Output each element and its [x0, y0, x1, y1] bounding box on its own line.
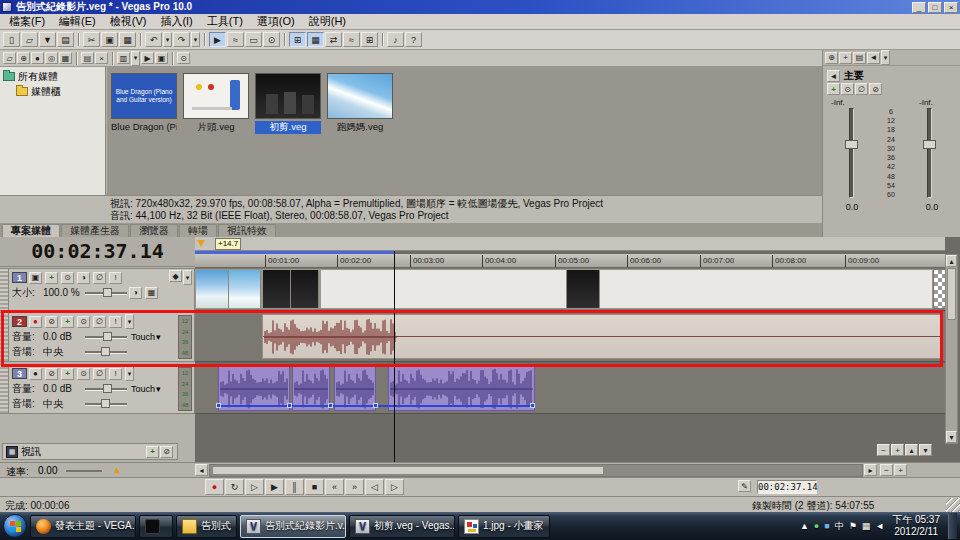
track-3-lane[interactable]	[195, 364, 945, 414]
show-desktop-button[interactable]	[948, 513, 957, 539]
normal-edit-tool-button[interactable]: ▶	[209, 32, 226, 47]
track-header-1[interactable]: 1 ▣ + ⊙ ◑ ∅ ! ◆ ▾ 大小: 100.0	[0, 268, 195, 311]
pause-button[interactable]: ║	[285, 479, 304, 495]
redo-dropdown[interactable]: ▾	[191, 32, 200, 47]
track-more-dropdown[interactable]: ▾	[183, 270, 192, 285]
rate-slider[interactable]	[66, 470, 102, 472]
auto-ripple-button[interactable]: ⇄	[325, 32, 342, 47]
taskbar-item-browser[interactable]: 發表主題 - VEGA...	[30, 515, 136, 538]
edit-cursor-position-button[interactable]: ✎	[738, 480, 751, 492]
track-header-2[interactable]: 2 ● ⊘ + ⊙ ∅ ! ▾ 音量: 0.0 dB Tou	[0, 312, 195, 362]
track-1-drag-handle[interactable]	[0, 269, 9, 310]
rate-value[interactable]: 0.00	[38, 465, 57, 476]
video-event-long[interactable]	[320, 269, 933, 309]
left-fader-handle[interactable]	[845, 140, 858, 149]
taskbar-item-vegas-other[interactable]: V 初剪.veg - Vegas...	[349, 515, 455, 538]
solo-button[interactable]: !	[109, 316, 122, 328]
volume-value[interactable]: 0.0 dB	[43, 331, 83, 342]
minimize-button[interactable]: _	[912, 2, 926, 13]
mixer-downmix-button[interactable]: ◄	[867, 52, 880, 64]
stop-button[interactable]: ■	[305, 479, 324, 495]
horizontal-scroll-thumb[interactable]	[212, 466, 604, 475]
whats-this-help-button[interactable]: ?	[405, 32, 422, 47]
cursor-position-display[interactable]: 00:02:37.14	[757, 480, 817, 494]
automation-settings-button[interactable]: ⊙	[77, 316, 90, 328]
marker-bar[interactable]: +14.7	[195, 237, 945, 251]
scroll-up-arrow[interactable]: ▴	[946, 255, 957, 267]
timeline-vertical-scrollbar[interactable]: ▴ ▾	[945, 254, 958, 444]
zoom-in-timeline-button[interactable]: +	[894, 464, 907, 476]
track-more-dropdown[interactable]: ▾	[125, 366, 134, 381]
mixer-views-dropdown[interactable]: ▾	[881, 50, 890, 65]
import-media-button[interactable]: ⊕	[17, 52, 30, 64]
video-bus-track[interactable]: ▦ 視訊 + ⊘	[2, 443, 178, 460]
timeline-time-display[interactable]: 00:02:37.14	[0, 237, 195, 267]
mute-button[interactable]: ∅	[93, 368, 106, 380]
get-media-from-web-button[interactable]: ▦	[59, 52, 72, 64]
tab-transitions[interactable]: 轉場	[179, 224, 217, 237]
record-button[interactable]: ●	[205, 479, 224, 495]
start-button[interactable]	[3, 514, 27, 538]
make-compositing-child-button[interactable]: ▦	[145, 287, 158, 299]
previous-frame-button[interactable]: ◁	[365, 479, 384, 495]
master-mute-button[interactable]: ∅	[855, 83, 868, 95]
go-to-end-button[interactable]: »	[345, 479, 364, 495]
scroll-right-button[interactable]: ▸	[864, 464, 877, 476]
media-item-blue-dragon[interactable]: Blue Dragon (Piano and Guitar version) B…	[111, 73, 179, 132]
mixer-properties-button[interactable]: ▤	[853, 52, 866, 64]
zoom-track-height-in-button[interactable]: +	[891, 444, 904, 456]
zoom-track-height-out-button[interactable]: −	[877, 444, 890, 456]
media-item-run-mama[interactable]: 跑媽媽.veg	[327, 73, 395, 134]
action-center-icon[interactable]: ⚑	[849, 521, 857, 531]
zoom-edit-tool-button[interactable]: ⊙	[263, 32, 280, 47]
tray-status-icon[interactable]: ■	[824, 521, 829, 531]
open-in-audio-editor-button[interactable]: ♪	[387, 32, 404, 47]
invert-phase-button[interactable]: ⊘	[45, 368, 58, 380]
automation-settings-button[interactable]: ⊙	[77, 368, 90, 380]
ignore-event-grouping-button[interactable]: ⊞	[361, 32, 378, 47]
right-fader-handle[interactable]	[923, 140, 936, 149]
undo-dropdown[interactable]: ▾	[163, 32, 172, 47]
timeline-cursor[interactable]	[394, 251, 395, 462]
track-3-meter[interactable]: 1224 3648	[178, 367, 192, 411]
menu-edit[interactable]: 編輯(E)	[52, 14, 103, 29]
paste-button[interactable]: ▦	[119, 32, 136, 47]
play-button[interactable]: ▶	[265, 479, 284, 495]
insert-bus-button[interactable]: ⊕	[825, 52, 838, 64]
scroll-left-button[interactable]: ◂	[195, 464, 208, 476]
zoom-out-timeline-button[interactable]: −	[880, 464, 893, 476]
size-value[interactable]: 100.0 %	[43, 287, 83, 298]
media-views-button[interactable]: ▥	[117, 52, 130, 64]
solo-button[interactable]: !	[109, 368, 122, 380]
envelope-edit-tool-button[interactable]: ≈	[227, 32, 244, 47]
pan-slider[interactable]	[85, 399, 127, 408]
master-fx-button[interactable]: +	[827, 83, 840, 95]
volume-icon[interactable]: ◄	[875, 521, 884, 531]
search-media-button[interactable]: ⊙	[177, 52, 190, 64]
volume-slider[interactable]	[85, 384, 127, 393]
go-to-start-button[interactable]: «	[325, 479, 344, 495]
undo-button[interactable]: ↶	[145, 32, 162, 47]
pan-value[interactable]: 中央	[43, 345, 83, 359]
menu-view[interactable]: 檢視(V)	[103, 14, 154, 29]
title-bar[interactable]: 告別式紀錄影片.veg * - Vegas Pro 10.0 _ □ ×	[0, 0, 960, 14]
insert-fx-button[interactable]: +	[839, 52, 852, 64]
horizontal-scrollbar[interactable]	[209, 464, 863, 477]
bypass-motion-blur-button[interactable]: ◑	[77, 272, 90, 284]
master-automation-button[interactable]: ⊙	[841, 83, 854, 95]
automation-settings-button[interactable]: ⊙	[61, 272, 74, 284]
track-more-dropdown[interactable]: ▾	[125, 314, 134, 329]
automation-mode-select[interactable]: Touch▾	[131, 384, 161, 394]
ime-language-indicator[interactable]: 中	[835, 520, 844, 533]
compositing-mode-button[interactable]: ◆	[169, 270, 182, 282]
taskbar-clock[interactable]: 下午 05:37 2012/2/11	[892, 514, 940, 538]
marker-icon[interactable]	[197, 240, 205, 247]
tray-status-icon[interactable]: ●	[814, 521, 819, 531]
track-fade-colors-button[interactable]: ◑	[129, 287, 142, 299]
menu-options[interactable]: 選項(O)	[250, 14, 302, 29]
taskbar-item-vegas-current[interactable]: V 告別式紀錄影片.v...	[240, 515, 346, 538]
tab-media-generators[interactable]: 媒體產生器	[61, 224, 129, 237]
menu-file[interactable]: 檔案(F)	[2, 14, 52, 29]
arm-record-button[interactable]: ●	[29, 316, 42, 328]
bus-bypass-button[interactable]: ⊘	[160, 446, 173, 458]
